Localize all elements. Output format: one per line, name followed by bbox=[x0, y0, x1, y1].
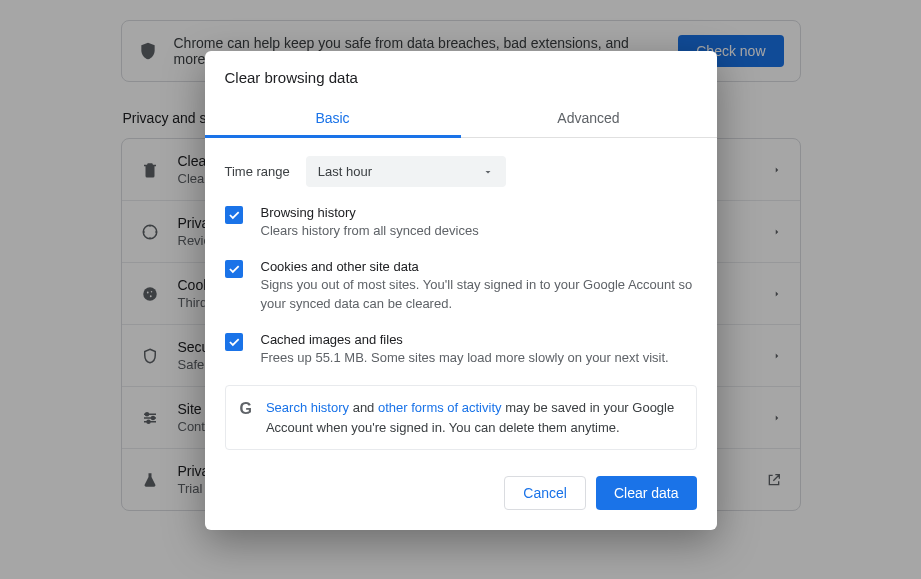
google-logo-icon: G bbox=[240, 400, 252, 418]
info-text: Search history and other forms of activi… bbox=[266, 398, 682, 437]
option-browsing-history: Browsing history Clears history from all… bbox=[225, 205, 697, 241]
option-title: Cached images and files bbox=[261, 332, 669, 347]
google-activity-info: G Search history and other forms of acti… bbox=[225, 385, 697, 450]
time-range-value: Last hour bbox=[318, 164, 372, 179]
checkbox-browsing-history[interactable] bbox=[225, 206, 243, 224]
clear-data-button[interactable]: Clear data bbox=[596, 476, 697, 510]
time-range-label: Time range bbox=[225, 164, 290, 179]
time-range-select[interactable]: Last hour bbox=[306, 156, 506, 187]
option-sub: Clears history from all synced devices bbox=[261, 222, 479, 241]
option-cached: Cached images and files Frees up 55.1 MB… bbox=[225, 332, 697, 368]
search-history-link[interactable]: Search history bbox=[266, 400, 349, 415]
option-sub: Signs you out of most sites. You'll stay… bbox=[261, 276, 697, 314]
caret-down-icon bbox=[482, 166, 494, 178]
dialog-tabs: Basic Advanced bbox=[205, 100, 717, 138]
checkbox-cached[interactable] bbox=[225, 333, 243, 351]
tab-basic[interactable]: Basic bbox=[205, 100, 461, 137]
cancel-button[interactable]: Cancel bbox=[504, 476, 586, 510]
tab-advanced[interactable]: Advanced bbox=[461, 100, 717, 137]
checkbox-cookies[interactable] bbox=[225, 260, 243, 278]
option-title: Cookies and other site data bbox=[261, 259, 697, 274]
other-activity-link[interactable]: other forms of activity bbox=[378, 400, 502, 415]
clear-browsing-data-dialog: Clear browsing data Basic Advanced Time … bbox=[205, 51, 717, 530]
option-cookies: Cookies and other site data Signs you ou… bbox=[225, 259, 697, 314]
dialog-title: Clear browsing data bbox=[205, 51, 717, 100]
option-sub: Frees up 55.1 MB. Some sites may load mo… bbox=[261, 349, 669, 368]
option-title: Browsing history bbox=[261, 205, 479, 220]
